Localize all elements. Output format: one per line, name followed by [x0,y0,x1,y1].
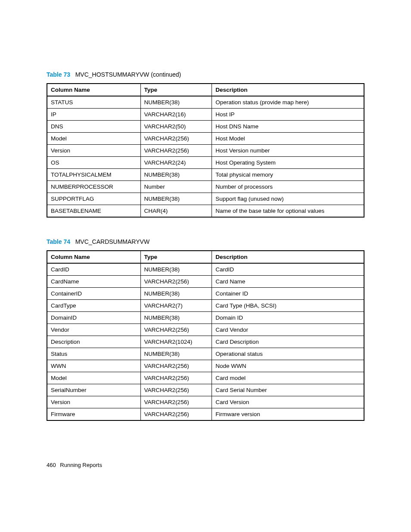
table74-label: Table 74 [47,238,70,245]
table-cell: Status [47,348,140,360]
table-cell: Number [140,181,212,193]
table-cell: Domain ID [212,312,364,324]
table-cell: Host Operating System [212,157,364,169]
table-cell: Host Version number [212,145,364,157]
table-row: ContainerIDNUMBER(38)Container ID [47,288,364,300]
table-cell: IP [47,109,140,121]
table-cell: Version [47,396,140,408]
table74-title: MVC_CARDSUMMARYVW [75,238,149,245]
table-cell: Version [47,145,140,157]
table-row: NUMBERPROCESSORNumberNumber of processor… [47,181,364,193]
table-cell: WWN [47,360,140,372]
table-cell: ContainerID [47,288,140,300]
table-row: CardNameVARCHAR2(256)Card Name [47,276,364,288]
table-cell: NUMBER(38) [140,169,212,181]
table-cell: VARCHAR2(24) [140,157,212,169]
table-row: IPVARCHAR2(16)Host IP [47,109,364,121]
table-cell: Node WWN [212,360,364,372]
table-cell: Number of processors [212,181,364,193]
table-cell: VARCHAR2(7) [140,300,212,312]
table-cell: SUPPORTFLAG [47,193,140,205]
table-cell: NUMBER(38) [140,193,212,205]
table-row: SerialNumberVARCHAR2(256)Card Serial Num… [47,384,364,396]
table-cell: CHAR(4) [140,205,212,218]
table-cell: Card Vendor [212,324,364,336]
table-row: STATUSNUMBER(38)Operation status (provid… [47,96,364,109]
table74-header-type: Type [140,251,212,263]
footer-section: Running Reports [60,462,102,468]
table-row: TOTALPHYSICALMEMNUMBER(38)Total physical… [47,169,364,181]
table-cell: BASETABLENAME [47,205,140,218]
table74-header-colname: Column Name [47,251,140,263]
table74-header-desc: Description [212,251,364,263]
table-cell: SerialNumber [47,384,140,396]
table-cell: Card Description [212,336,364,348]
table74: Column Name Type Description CardIDNUMBE… [47,250,364,421]
table-cell: VARCHAR2(1024) [140,336,212,348]
table-cell: Host IP [212,109,364,121]
table-cell: Container ID [212,288,364,300]
table-cell: VARCHAR2(256) [140,133,212,145]
table73: Column Name Type Description STATUSNUMBE… [47,83,364,218]
table-row: DNSVARCHAR2(50)Host DNS Name [47,121,364,133]
table-cell: VARCHAR2(256) [140,276,212,288]
table-cell: NUMBER(38) [140,96,212,109]
table-row: DescriptionVARCHAR2(1024)Card Descriptio… [47,336,364,348]
table-cell: NUMBER(38) [140,288,212,300]
table-cell: VARCHAR2(50) [140,121,212,133]
table-cell: Total physical memory [212,169,364,181]
table-cell: VARCHAR2(256) [140,145,212,157]
table-cell: DNS [47,121,140,133]
table73-header-colname: Column Name [47,84,140,96]
table-cell: Card Name [212,276,364,288]
table-cell: TOTALPHYSICALMEM [47,169,140,181]
page-footer: 460 Running Reports [47,462,102,468]
table-cell: CardID [212,263,364,276]
table74-caption: Table 74 MVC_CARDSUMMARYVW [47,238,364,245]
table-cell: Firmware version [212,408,364,421]
table-row: CardTypeVARCHAR2(7)Card Type (HBA, SCSI) [47,300,364,312]
table-cell: Operation status (provide map here) [212,96,364,109]
table-row: VersionVARCHAR2(256)Host Version number [47,145,364,157]
table-cell: NUMBER(38) [140,263,212,276]
table73-title: MVC_HOSTSUMMARYVW (continued) [75,71,181,78]
table-cell: VARCHAR2(256) [140,408,212,421]
table-cell: CardType [47,300,140,312]
table-row: VendorVARCHAR2(256)Card Vendor [47,324,364,336]
table-header-row: Column Name Type Description [47,84,364,96]
table-row: OSVARCHAR2(24)Host Operating System [47,157,364,169]
table-cell: VARCHAR2(256) [140,324,212,336]
table-cell: VARCHAR2(256) [140,360,212,372]
table-cell: VARCHAR2(16) [140,109,212,121]
table-header-row: Column Name Type Description [47,251,364,263]
table-cell: Support flag (unused now) [212,193,364,205]
table-cell: Description [47,336,140,348]
table-row: DomainIDNUMBER(38)Domain ID [47,312,364,324]
table-cell: NUMBER(38) [140,348,212,360]
table-cell: NUMBER(38) [140,312,212,324]
table-row: SUPPORTFLAGNUMBER(38)Support flag (unuse… [47,193,364,205]
table-cell: Name of the base table for optional valu… [212,205,364,218]
table-cell: NUMBERPROCESSOR [47,181,140,193]
table-row: WWNVARCHAR2(256)Node WWN [47,360,364,372]
table-cell: VARCHAR2(256) [140,372,212,384]
table-row: ModelVARCHAR2(256)Host Model [47,133,364,145]
table-cell: Card Serial Number [212,384,364,396]
table-cell: Operational status [212,348,364,360]
table-cell: Host DNS Name [212,121,364,133]
table73-caption: Table 73 MVC_HOSTSUMMARYVW (continued) [47,71,364,78]
table-cell: VARCHAR2(256) [140,396,212,408]
table-cell: Host Model [212,133,364,145]
table73-header-desc: Description [212,84,364,96]
table-cell: Model [47,372,140,384]
table-row: CardIDNUMBER(38)CardID [47,263,364,276]
table-cell: CardID [47,263,140,276]
table-cell: Card Version [212,396,364,408]
table73-label: Table 73 [47,71,70,78]
table73-body: STATUSNUMBER(38)Operation status (provid… [47,96,364,217]
table-cell: Card model [212,372,364,384]
table-cell: Vendor [47,324,140,336]
table-cell: VARCHAR2(256) [140,384,212,396]
table-cell: OS [47,157,140,169]
page-number: 460 [47,462,56,468]
